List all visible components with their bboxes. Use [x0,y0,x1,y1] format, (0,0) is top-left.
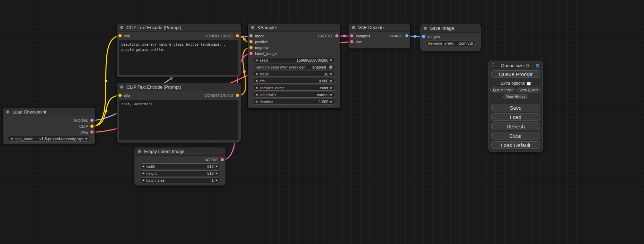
load-button[interactable]: Load [491,113,540,121]
widget-value: 156680208700286 [297,58,328,62]
collapse-dot-icon[interactable] [6,110,9,114]
decrement-arrow-icon[interactable]: ◀ [255,87,257,89]
steps-widget[interactable]: ◀ steps 20 ▶ [253,71,335,77]
clip-output-slot[interactable] [90,125,94,128]
conditioning-output-slot[interactable] [236,34,239,37]
node-vae-decode[interactable]: VAE Decode samples IMAGE vae [349,24,410,48]
sampler-name-widget[interactable]: ◀ sampler_name euler ▶ [253,85,335,91]
node-title-bar[interactable]: KSampler [248,24,340,32]
prompt-textarea[interactable]: beautiful scenery nature glass bottle la… [119,40,238,75]
images-input-slot[interactable] [422,35,425,38]
increment-arrow-icon[interactable]: ▶ [330,100,333,103]
node-clip-text-encode-positive[interactable]: CLIP Text Encode (Prompt) clip CONDITION… [117,24,241,77]
negative-input-slot[interactable] [249,46,253,49]
widget-value: euler [320,86,328,90]
increment-arrow-icon[interactable]: ▶ [330,73,333,75]
widget-label: ckpt_name [15,137,33,141]
node-empty-latent-image[interactable]: Empty Latent Image LATENT ◀ width 512 ▶ … [134,147,226,186]
conditioning-output-slot[interactable] [236,94,239,97]
prompt-textarea[interactable]: text, watermark [119,100,238,140]
increment-arrow-icon[interactable]: ▶ [216,165,218,168]
node-ksampler[interactable]: KSampler model LATENT positive [248,24,340,108]
latent-output-slot[interactable] [221,158,224,161]
latent-output-slot[interactable] [335,34,338,37]
collapse-dot-icon[interactable] [251,26,254,29]
extra-options-checkbox[interactable] [527,82,531,85]
node-save-image[interactable]: Save Image images filename_prefix ComfyU… [420,24,481,51]
samples-input-slot[interactable] [350,34,353,37]
seed-widget[interactable]: ◀ seed 156680208700286 ▶ [253,57,335,63]
decrement-arrow-icon[interactable]: ◀ [142,172,144,175]
ckpt-name-widget[interactable]: ◀ ckpt_name v1-5-pruned-emaonly.ckpt ▶ [8,136,90,142]
filename-prefix-widget[interactable]: filename_prefix ComfyUI [425,40,476,46]
slot-row: MODEL [3,117,95,123]
queue-front-button[interactable]: Queue Front [490,88,515,92]
increment-arrow-icon[interactable]: ▶ [330,93,333,96]
drag-handle-icon[interactable]: ⠿ [491,63,494,67]
load-default-button[interactable]: Load Default [491,141,540,149]
input-label: clip [124,93,130,98]
increment-arrow-icon[interactable]: ▶ [216,172,218,175]
node-clip-text-encode-negative[interactable]: CLIP Text Encode (Prompt) clip CONDITION… [117,83,241,143]
output-label: LATENT [318,34,333,38]
clip-input-slot[interactable] [118,34,122,37]
width-widget[interactable]: ◀ width 512 ▶ [139,163,221,169]
widget-label: batch_size [146,178,165,182]
toggle-knob-icon[interactable] [329,65,333,69]
cfg-widget[interactable]: ◀ cfg 8.000 ▶ [253,78,335,84]
save-button[interactable]: Save [491,104,540,111]
node-title-bar[interactable]: Empty Latent Image [134,147,226,156]
vae-input-slot[interactable] [350,40,353,43]
increment-arrow-icon[interactable]: ▶ [330,87,333,89]
node-load-checkpoint[interactable]: Load Checkpoint MODEL CLIP VAE [3,108,95,144]
decrement-arrow-icon[interactable]: ◀ [255,93,257,96]
settings-gear-icon[interactable]: ⚙ [536,63,540,68]
increment-arrow-icon[interactable]: ▶ [216,179,218,182]
widget-value: 20 [324,72,328,76]
increment-arrow-icon[interactable]: ▶ [330,59,333,62]
height-widget[interactable]: ◀ height 512 ▶ [139,170,221,176]
collapse-dot-icon[interactable] [138,150,141,153]
clip-input-slot[interactable] [118,94,122,97]
decrement-arrow-icon[interactable]: ◀ [10,137,12,140]
decrement-arrow-icon[interactable]: ◀ [255,80,257,82]
collapse-dot-icon[interactable] [120,85,123,89]
image-output-slot[interactable] [405,34,408,37]
decrement-arrow-icon[interactable]: ◀ [142,179,144,182]
denoise-widget[interactable]: ◀ denoise 1.000 ▶ [253,99,335,105]
collapse-dot-icon[interactable] [424,27,427,30]
scheduler-widget[interactable]: ◀ scheduler normal ▶ [253,92,335,98]
collapse-dot-icon[interactable] [120,26,123,29]
queue-prompt-button[interactable]: Queue Prompt [491,70,540,78]
increment-arrow-icon[interactable]: ▶ [330,80,333,82]
node-title-bar[interactable]: CLIP Text Encode (Prompt) [117,83,241,91]
view-queue-button[interactable]: View Queue [517,88,541,92]
node-title-bar[interactable]: VAE Decode [349,24,410,32]
node-title-bar[interactable]: Load Checkpoint [3,108,95,116]
node-title-bar[interactable]: CLIP Text Encode (Prompt) [117,24,241,32]
widget-value: 1 [212,178,214,182]
node-canvas[interactable]: Load Checkpoint MODEL CLIP VAE [0,0,644,244]
vae-output-slot[interactable] [90,130,94,134]
clear-button[interactable]: Clear [491,132,540,139]
increment-arrow-icon[interactable]: ▶ [86,137,88,140]
collapse-dot-icon[interactable] [352,26,355,29]
random-seed-toggle-widget[interactable]: Random seed after every gen enabled [253,64,335,70]
view-history-button[interactable]: View History [503,94,528,99]
refresh-button[interactable]: Refresh [491,123,540,130]
batch-size-widget[interactable]: ◀ batch_size 1 ▶ [139,177,221,183]
decrement-arrow-icon[interactable]: ◀ [255,59,257,62]
decrement-arrow-icon[interactable]: ◀ [255,73,257,75]
decrement-arrow-icon[interactable]: ◀ [255,100,257,103]
model-input-slot[interactable] [249,34,253,37]
model-output-slot[interactable] [90,119,94,122]
decrement-arrow-icon[interactable]: ◀ [142,165,144,168]
node-title: Save Image [430,26,454,31]
latent-image-input-slot[interactable] [249,52,253,55]
output-label: VAE [80,130,88,134]
output-label: MODEL [74,118,88,123]
output-label: LATENT [203,158,218,162]
node-title-bar[interactable]: Save Image [420,24,481,33]
positive-input-slot[interactable] [249,40,253,43]
menu-header: ⠿ Queue size: 0 ⚙ [491,62,540,69]
